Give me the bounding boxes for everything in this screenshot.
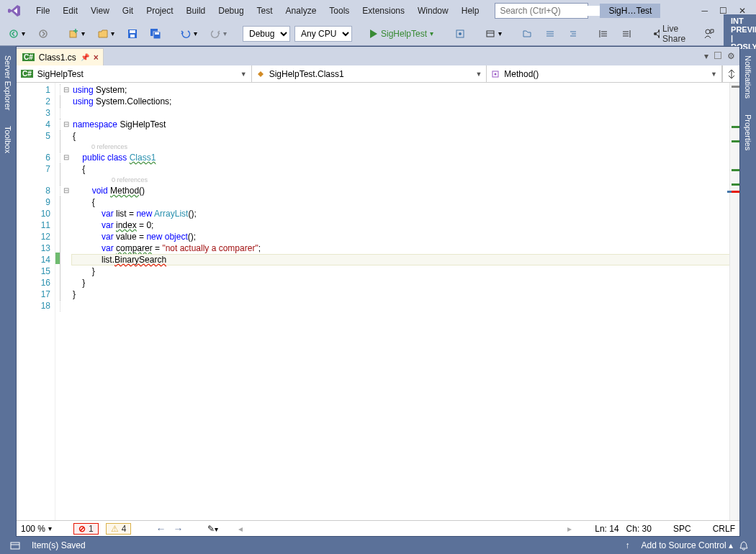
main-row: Server Explorer Toolbox C# Class1.cs 📌 ×… bbox=[0, 46, 756, 537]
csharp-icon: C# bbox=[21, 70, 33, 78]
svg-rect-13 bbox=[487, 31, 494, 37]
source-control-button[interactable]: Add to Source Control ▴ bbox=[636, 540, 739, 550]
split-editor-button[interactable] bbox=[722, 65, 739, 82]
csharp-icon: C# bbox=[22, 53, 35, 61]
svg-rect-10 bbox=[155, 32, 159, 35]
feedback-button[interactable] bbox=[699, 25, 719, 42]
toolbar-icon-d[interactable] bbox=[541, 25, 559, 42]
next-issue-button[interactable]: → bbox=[173, 523, 183, 535]
zoom-control[interactable]: 100 %▾ bbox=[21, 524, 52, 534]
menu-file[interactable]: File bbox=[30, 3, 55, 19]
nav-fwd-button[interactable] bbox=[34, 25, 53, 42]
menu-test[interactable]: Test bbox=[251, 3, 279, 19]
menu-git[interactable]: Git bbox=[117, 3, 139, 19]
live-share-button[interactable]: Live Share bbox=[647, 24, 695, 44]
nav-class-combo[interactable]: SigHelpTest.Class1 ▼ bbox=[252, 65, 487, 82]
nav-class-label: SigHelpTest.Class1 bbox=[269, 69, 344, 79]
svg-rect-6 bbox=[130, 30, 135, 33]
menu-analyze[interactable]: Analyze bbox=[280, 3, 323, 19]
toolbar-icon-g[interactable] bbox=[617, 25, 636, 42]
minimize-button[interactable]: ─ bbox=[701, 6, 708, 16]
codelens-refs[interactable]: 0 references bbox=[71, 175, 729, 185]
document-tab-row: C# Class1.cs 📌 × ▾ ⚙ bbox=[17, 47, 739, 65]
save-all-button[interactable] bbox=[146, 25, 165, 42]
caret-col: Ch: 30 bbox=[626, 524, 652, 534]
open-file-button[interactable]: ▾ bbox=[94, 25, 119, 42]
notifications-tab[interactable]: Notifications bbox=[740, 49, 756, 105]
main-menu: File Edit View Git Project Build Debug T… bbox=[30, 3, 485, 19]
prev-issue-button[interactable]: ← bbox=[156, 523, 166, 535]
navigation-bar: C# SigHelpTest ▼ SigHelpTest.Class1 ▼ Me… bbox=[17, 65, 739, 83]
menu-help[interactable]: Help bbox=[456, 3, 485, 19]
overview-scrollbar[interactable] bbox=[729, 83, 739, 520]
vs-logo-icon bbox=[6, 2, 23, 19]
search-input[interactable] bbox=[500, 6, 608, 16]
menu-tools[interactable]: Tools bbox=[323, 3, 355, 19]
document-tab[interactable]: C# Class1.cs 📌 × bbox=[17, 48, 104, 65]
codelens-refs[interactable]: 0 references bbox=[71, 142, 729, 152]
menu-window[interactable]: Window bbox=[412, 3, 454, 19]
toggle-preview-button[interactable] bbox=[714, 51, 721, 61]
undo-button[interactable]: ▾ bbox=[176, 25, 202, 42]
pin-icon[interactable]: 📌 bbox=[81, 53, 89, 61]
fold-margin[interactable]: ⊟⊟⊟⊟ bbox=[60, 83, 71, 520]
close-tab-button[interactable]: × bbox=[94, 53, 99, 63]
properties-tab[interactable]: Properties bbox=[740, 108, 756, 157]
line-number-gutter: 12345 67 89101112131415161718 bbox=[17, 83, 55, 520]
class-icon bbox=[256, 70, 265, 78]
tab-options-button[interactable]: ⚙ bbox=[727, 51, 735, 61]
status-bar: Item(s) Saved ↑ Add to Source Control ▴ bbox=[0, 537, 756, 554]
status-message: Item(s) Saved bbox=[26, 540, 91, 550]
pen-icon[interactable]: ✎▾ bbox=[207, 524, 218, 534]
menu-build[interactable]: Build bbox=[181, 3, 212, 19]
start-target-label: SigHelpTest bbox=[381, 29, 427, 39]
svg-point-34 bbox=[495, 73, 497, 75]
title-bar: File Edit View Git Project Build Debug T… bbox=[0, 0, 756, 22]
toolbox-tab[interactable]: Toolbox bbox=[0, 119, 16, 160]
svg-rect-7 bbox=[130, 35, 135, 37]
nav-project-combo[interactable]: C# SigHelpTest ▼ bbox=[17, 65, 252, 82]
error-count[interactable]: ⊘1 bbox=[73, 523, 99, 535]
platform-select[interactable]: Any CPU bbox=[294, 26, 352, 42]
config-select[interactable]: Debug bbox=[243, 26, 290, 42]
menu-extensions[interactable]: Extensions bbox=[356, 3, 410, 19]
server-explorer-tab[interactable]: Server Explorer bbox=[0, 49, 16, 117]
hscroll-left[interactable]: ◂ bbox=[238, 524, 243, 534]
toolbar-icon-c[interactable] bbox=[518, 25, 536, 42]
toolbar-icon-e[interactable] bbox=[564, 25, 582, 42]
search-box[interactable] bbox=[495, 3, 588, 19]
svg-rect-36 bbox=[11, 542, 19, 549]
menu-view[interactable]: View bbox=[85, 3, 115, 19]
toolbar-icon-b[interactable]: ▾ bbox=[481, 25, 506, 42]
menu-debug[interactable]: Debug bbox=[212, 3, 249, 19]
warning-count[interactable]: ⚠4 bbox=[106, 523, 132, 535]
toolbar-icon-a[interactable] bbox=[451, 25, 469, 42]
caret-line: Ln: 14 bbox=[595, 524, 618, 534]
save-button[interactable] bbox=[123, 25, 142, 42]
solution-name[interactable]: SigH…Test bbox=[600, 4, 660, 18]
menu-edit[interactable]: Edit bbox=[57, 3, 84, 19]
whitespace-mode[interactable]: SPC bbox=[673, 524, 691, 534]
document-tab-label: Class1.cs bbox=[39, 53, 76, 63]
start-debug-button[interactable]: SigHelpTest ▾ bbox=[364, 29, 439, 39]
chevron-down-icon: ▼ bbox=[475, 71, 482, 78]
toolbar: ▾ ▾ ▾ ▾ ▾ Debug Any CPU SigHelpTest ▾ ▾ … bbox=[0, 22, 756, 46]
method-icon bbox=[491, 70, 500, 78]
redo-button[interactable]: ▾ bbox=[206, 25, 231, 42]
new-item-button[interactable]: ▾ bbox=[64, 25, 89, 42]
toolbar-icon-f[interactable] bbox=[594, 25, 613, 42]
status-icon bbox=[4, 540, 26, 550]
nav-project-label: SigHelpTest bbox=[37, 69, 84, 79]
nav-member-combo[interactable]: Method() ▼ bbox=[487, 65, 722, 82]
nav-back-button[interactable]: ▾ bbox=[4, 25, 30, 42]
code-area[interactable]: 12345 67 89101112131415161718 ⊟⊟⊟⊟ using… bbox=[17, 83, 739, 520]
publish-icon[interactable]: ↑ bbox=[620, 540, 636, 550]
menu-project[interactable]: Project bbox=[140, 3, 179, 19]
tab-overflow-button[interactable]: ▾ bbox=[704, 51, 708, 61]
eol-mode[interactable]: CRLF bbox=[713, 524, 735, 534]
code-text[interactable]: using System; using System.Collections; … bbox=[71, 83, 729, 520]
warning-icon: ⚠ bbox=[111, 524, 119, 534]
chevron-down-icon: ▼ bbox=[711, 71, 717, 78]
hscroll-right[interactable]: ▸ bbox=[567, 524, 572, 534]
notifications-bell-icon[interactable] bbox=[739, 540, 756, 550]
